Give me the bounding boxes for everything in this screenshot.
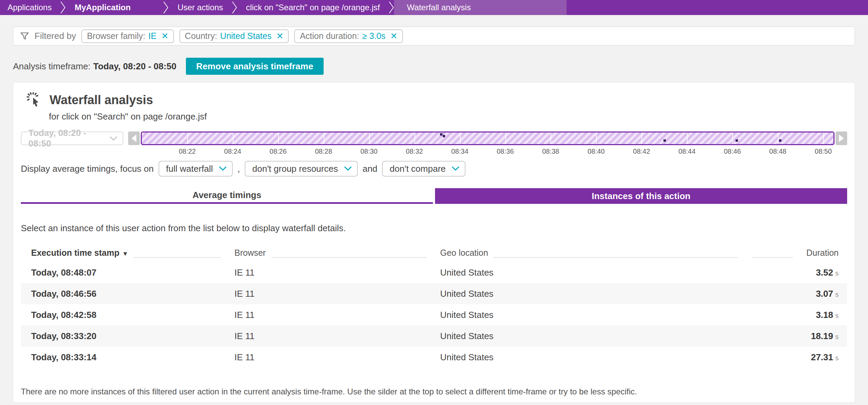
column-header-duration[interactable]: Duration (751, 248, 847, 258)
timeline-tick-label: 08:36 (497, 148, 514, 155)
instance-marker (443, 135, 445, 137)
column-header-geo-location[interactable]: Geo location (440, 248, 751, 258)
timeframe-dropdown-value: Today, 08:20 - 08:50 (28, 128, 109, 149)
analysis-timeframe-label: Analysis timeframe: (13, 61, 91, 72)
cell-timestamp: Today, 08:48:07 (21, 267, 234, 278)
instance-marker (440, 133, 443, 136)
user-action-click-icon (26, 92, 41, 108)
controls-comma: , (238, 164, 240, 174)
filter-funnel-icon (20, 32, 29, 41)
breadcrumb-item-waterfall-analysis[interactable]: Waterfall analysis (394, 0, 567, 15)
triangle-left-icon (132, 135, 136, 142)
cell-duration: 3.07s (751, 289, 847, 299)
timeline-gridline (687, 132, 688, 144)
timeline-gridline (187, 132, 188, 144)
header-leader-line (134, 255, 221, 258)
remove-analysis-timeframe-button[interactable]: Remove analysis timeframe (186, 58, 324, 75)
duration-unit: s (835, 333, 839, 340)
chevron-right-icon (232, 0, 237, 15)
filter-chip-action-duration[interactable]: Action duration: ≥ 3.0s ✕ (294, 29, 403, 43)
cell-timestamp: Today, 08:33:20 (21, 331, 234, 341)
timeline-tick-label: 08:34 (451, 148, 469, 155)
analysis-timeframe-value: Today, 08:20 - 08:50 (93, 61, 176, 72)
analysis-timeframe-row: Analysis timeframe: Today, 08:20 - 08:50… (13, 58, 855, 75)
timeline-tick-label: 08:24 (224, 148, 241, 155)
chevron-down-icon (344, 166, 352, 171)
timeline-tick-label: 08:40 (587, 148, 605, 155)
timeline-tick-label: 08:32 (406, 148, 423, 155)
timeline-tick-label: 08:50 (815, 148, 832, 155)
cell-duration: 3.52s (751, 267, 847, 278)
chevron-right-icon (60, 0, 66, 15)
chevron-right-icon (163, 0, 168, 15)
column-label: Geo location (440, 248, 488, 258)
timeline-tick-label: 08:22 (179, 148, 196, 155)
timeframe-dropdown[interactable]: Today, 08:20 - 08:50 (21, 131, 123, 145)
breadcrumb-item-myapplication[interactable]: MyApplication (66, 0, 163, 15)
compare-select[interactable]: don't compare (382, 161, 465, 177)
timeline-track[interactable]: 08:2208:2408:2608:2808:3008:3208:3408:36… (141, 131, 835, 145)
table-row[interactable]: Today, 08:46:56 IE 11 United States 3.07… (21, 283, 847, 304)
remove-filter-icon[interactable]: ✕ (276, 31, 283, 41)
table-row[interactable]: Today, 08:33:20 IE 11 United States 18.1… (21, 325, 847, 347)
chip-label: Country: (185, 31, 217, 41)
breadcrumb-item-action[interactable]: click on "Search" on page /orange.jsf (237, 0, 389, 15)
compare-select-value: don't compare (390, 164, 446, 174)
table-row[interactable]: Today, 08:42:58 IE 11 United States 3.18… (21, 304, 847, 325)
triangle-right-icon (839, 135, 844, 142)
display-controls-label: Display average timings, focus on (21, 164, 154, 174)
cell-geo: United States (440, 310, 751, 320)
filter-bar: Filtered by Browser family: IE ✕ Country… (13, 27, 855, 45)
table-row[interactable]: Today, 08:33:14 IE 11 United States 27.3… (21, 347, 847, 368)
remove-filter-icon[interactable]: ✕ (161, 31, 168, 41)
focus-select[interactable]: full waterfall (159, 161, 233, 177)
table-row[interactable]: Today, 08:48:07 IE 11 United States 3.52… (21, 262, 847, 283)
timeline-gridline (505, 132, 506, 144)
chip-label: Action duration: (300, 31, 359, 41)
filter-chip-browser-family[interactable]: Browser family: IE ✕ (81, 29, 174, 43)
cell-browser: IE 11 (234, 352, 440, 363)
cell-duration: 18.19s (751, 331, 847, 341)
slider-scroll-right-button[interactable] (836, 131, 847, 145)
tab-instances-of-this-action[interactable]: Instances of this action (435, 188, 847, 204)
slider-scroll-left-button[interactable] (128, 131, 140, 145)
tab-average-timings[interactable]: Average timings (21, 188, 433, 204)
header-leader-line (493, 255, 738, 258)
instances-table-header: Execution time stamp ▼ Browser Geo locat… (21, 248, 847, 258)
timeline-gridline (369, 132, 370, 144)
header-leader-line (271, 255, 426, 258)
column-header-browser[interactable]: Browser (234, 248, 440, 258)
cell-timestamp: Today, 08:42:58 (21, 310, 234, 320)
timeline-gridline (324, 132, 324, 144)
sort-descending-icon: ▼ (122, 250, 128, 257)
instances-table-body: Today, 08:48:07 IE 11 United States 3.52… (21, 262, 847, 368)
timeline-tick-label: 08:28 (315, 148, 332, 155)
timeline-tick-label: 08:44 (678, 148, 695, 155)
filter-chip-country[interactable]: Country: United States ✕ (179, 29, 289, 43)
cell-timestamp: Today, 08:33:14 (21, 352, 234, 363)
no-more-instances-message: There are no more instances of this filt… (21, 387, 847, 396)
column-label: Duration (806, 248, 839, 258)
controls-and: and (363, 164, 377, 174)
breadcrumb: Applications MyApplication User actions … (0, 0, 868, 15)
duration-unit: s (835, 269, 839, 277)
cell-geo: United States (440, 331, 751, 341)
timeline-gridline (415, 132, 415, 144)
breadcrumb-item-applications[interactable]: Applications (0, 0, 60, 15)
remove-filter-icon[interactable]: ✕ (390, 31, 397, 41)
timeline-tick-label: 08:30 (361, 148, 378, 155)
header-leader-line (751, 255, 793, 258)
chevron-down-icon (109, 136, 117, 141)
cell-geo: United States (440, 289, 751, 299)
group-resources-select[interactable]: don't group resources (245, 161, 358, 177)
group-resources-select-value: don't group resources (252, 164, 338, 174)
chevron-down-icon (219, 166, 227, 171)
chip-value: IE (148, 31, 157, 41)
column-label: Execution time stamp (31, 248, 119, 258)
duration-unit: s (835, 291, 839, 298)
page-title: Waterfall analysis (50, 93, 153, 107)
column-header-execution-time-stamp[interactable]: Execution time stamp ▼ (21, 248, 234, 258)
timeframe-slider-row: Today, 08:20 - 08:50 08:2208:2408:2608:2… (21, 131, 847, 145)
chip-value: ≥ 3.0s (362, 31, 385, 41)
breadcrumb-item-user-actions[interactable]: User actions (168, 0, 232, 15)
